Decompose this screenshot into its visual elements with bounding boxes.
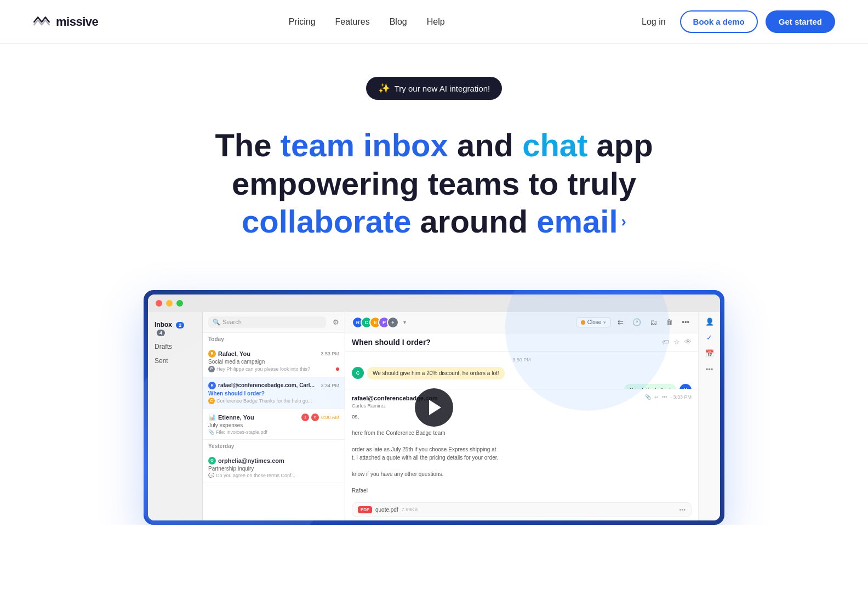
email-item-header: R rafael@conferencebadge.com, Carl... 3:… xyxy=(208,382,339,389)
mac-maximize-dot xyxy=(176,300,183,307)
headline-part2: and xyxy=(448,127,522,163)
logo-link[interactable]: missive xyxy=(33,15,98,29)
sidebar-item-sent[interactable]: Sent xyxy=(148,354,202,368)
more-dots-icon[interactable]: ••• xyxy=(706,365,713,373)
reply-icon[interactable]: ↩ xyxy=(654,394,659,401)
check-icon[interactable]: ✓ xyxy=(706,333,712,342)
search-icon: 🔍 xyxy=(213,319,220,326)
email-subject: When should I order? xyxy=(208,390,339,397)
mac-title-bar xyxy=(148,294,720,312)
nav-features[interactable]: Features xyxy=(335,17,370,27)
attach-icon[interactable]: 📎 xyxy=(645,394,651,401)
email-sender: R rafael@conferencebadge.com, Carl... xyxy=(208,382,315,389)
preview-avatar: P xyxy=(208,366,215,372)
conversation: 3:50 PM C We should give him a 20% disco… xyxy=(345,352,698,389)
list-item[interactable]: O orphelia@nytimes.com Partnership inqui… xyxy=(203,452,345,483)
clock-icon[interactable]: 🕐 xyxy=(630,317,643,327)
more-icon[interactable]: ••• xyxy=(679,317,692,327)
archive-icon[interactable]: 🗂 xyxy=(648,317,659,327)
app-screenshot-container: Inbox 2 4 Drafts Sent 🔍 xyxy=(133,290,735,525)
message-time: 3:50 PM xyxy=(352,357,692,363)
list-item[interactable]: R Rafael, You 3:53 PM Social media campa… xyxy=(203,346,345,377)
sidebar-inbox-label: Inbox xyxy=(155,321,172,329)
play-button[interactable] xyxy=(415,388,453,427)
email-time: 3:53 PM xyxy=(321,351,339,356)
email-sender: R Rafael, You xyxy=(208,350,250,358)
email-item-header: O orphelia@nytimes.com xyxy=(208,457,339,465)
unread-badge: 1 xyxy=(301,414,309,421)
email-dropdown[interactable]: email› xyxy=(536,202,626,241)
email-actions: 📎 ↩ ••• · 3:33 PM xyxy=(645,394,692,401)
list-item[interactable]: R rafael@conferencebadge.com, Carl... 3:… xyxy=(203,377,345,409)
sidebar-inbox-badge2: 4 xyxy=(157,330,165,336)
email-subject: Social media campaign xyxy=(208,359,339,365)
sidebar-drafts-label: Drafts xyxy=(155,343,172,350)
email-attachment[interactable]: PDF quote.pdf 7.99KB ••• xyxy=(352,502,692,517)
email-from-row: rafael@conferencebadge.com Carlos Ramire… xyxy=(352,394,692,410)
status-dot xyxy=(581,320,585,325)
attachment-more-icon[interactable]: ••• xyxy=(679,506,686,513)
email-preview: P Hey Philippe can you please look into … xyxy=(208,366,339,372)
sidebar-inbox-badge1: 2 xyxy=(176,322,184,329)
filter-icon[interactable]: ⚙ xyxy=(333,318,339,326)
eye-icon[interactable]: 👁 xyxy=(684,338,692,346)
email-meta: 1 6 8:00 AM xyxy=(301,414,339,421)
sender-name: Etienne, You xyxy=(218,414,254,421)
reply-all-icon[interactable]: ⇇ xyxy=(615,317,626,327)
search-box[interactable]: 🔍 Search xyxy=(208,316,326,328)
message-avatar: C xyxy=(352,367,364,379)
delete-icon[interactable]: 🗑 xyxy=(664,317,675,327)
list-item[interactable]: 📊 Etienne, You 1 6 8:00 AM July exp xyxy=(203,409,345,440)
navbar: missive Pricing Features Blog Help Log i… xyxy=(0,0,868,44)
email-received-time: · 3:33 PM xyxy=(670,394,692,401)
nav-help[interactable]: Help xyxy=(427,17,445,27)
mac-minimize-dot xyxy=(166,300,173,307)
nav-pricing[interactable]: Pricing xyxy=(289,17,316,27)
get-started-button[interactable]: Get started xyxy=(766,10,835,33)
nav-blog[interactable]: Blog xyxy=(390,17,407,27)
email-subject-bar: When should I order? 🏷 ☆ 👁 xyxy=(345,333,698,352)
sender-name: rafael@conferencebadge.com, Carl... xyxy=(218,382,315,388)
email-sender: O orphelia@nytimes.com xyxy=(208,457,284,465)
avatar-group: R C E P + xyxy=(352,316,399,329)
email-preview: 📎 File: invoices-staple.pdf xyxy=(208,429,339,435)
sender-name: orphelia@nytimes.com xyxy=(218,457,284,464)
unread-dot xyxy=(336,367,339,371)
mac-close-dot xyxy=(156,300,162,307)
email-message: rafael@conferencebadge.com Carlos Ramire… xyxy=(345,389,698,499)
ai-badge-label: Try our new AI integration! xyxy=(395,84,490,93)
avatar: R xyxy=(208,382,216,389)
sidebar-item-drafts[interactable]: Drafts xyxy=(148,339,202,354)
hero-section: ✨ Try our new AI integration! The team i… xyxy=(0,44,868,263)
avatar-expand-icon: ▾ xyxy=(403,319,406,325)
chevron-icon: ▾ xyxy=(603,320,606,325)
nav-links: Pricing Features Blog Help xyxy=(289,17,445,27)
person-icon[interactable]: 👤 xyxy=(705,318,714,326)
headline-accent-email: email xyxy=(536,202,618,241)
calendar-icon[interactable]: 📅 xyxy=(705,349,714,358)
message-avatar: Y xyxy=(679,384,692,389)
star-icon[interactable]: ☆ xyxy=(673,338,680,346)
login-button[interactable]: Log in xyxy=(635,13,672,31)
email-time: 8:00 AM xyxy=(321,415,339,420)
headline-accent-chat: chat xyxy=(522,127,587,163)
preview-icon: 💬 xyxy=(208,473,214,478)
email-subject: July expenses xyxy=(208,422,339,428)
app-outer-frame: Inbox 2 4 Drafts Sent 🔍 xyxy=(144,290,724,525)
logo-text: missive xyxy=(56,15,98,29)
ai-badge[interactable]: ✨ Try our new AI integration! xyxy=(366,77,502,100)
avatar: R xyxy=(208,350,216,358)
hero-headline: The team inbox and chat app empowering t… xyxy=(198,126,670,241)
email-sender: 📊 Etienne, You xyxy=(208,414,254,421)
headline-accent-collaborate: collaborate xyxy=(242,203,411,239)
book-demo-button[interactable]: Book a demo xyxy=(680,10,758,33)
sidebar-item-inbox[interactable]: Inbox 2 4 xyxy=(148,318,202,339)
email-preview: C Conference Badge Thanks for the help g… xyxy=(208,398,339,404)
headline-part4: around xyxy=(412,203,537,239)
right-panel: 👤 ✓ 📅 ••• xyxy=(698,312,720,520)
headline-accent-team-inbox: team inbox xyxy=(281,127,448,163)
email-body-text: os, here from the Conference Badge team … xyxy=(352,412,692,495)
tag-icon[interactable]: 🏷 xyxy=(662,338,669,346)
more-icon[interactable]: ••• xyxy=(662,394,667,401)
close-button[interactable]: Close ▾ xyxy=(576,317,612,327)
